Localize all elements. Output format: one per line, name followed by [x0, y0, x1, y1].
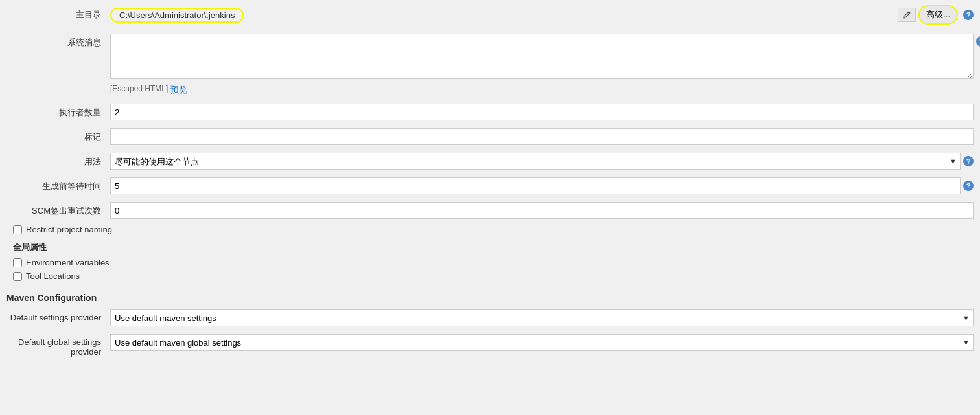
- usage-select[interactable]: 尽可能的使用这个节点 只允许运行绑定到这台机器的Job: [110, 153, 961, 170]
- preview-link[interactable]: 预览: [170, 84, 187, 96]
- env-variables-label: Environment variables: [26, 258, 110, 267]
- quiet-period-help-icon[interactable]: ?: [963, 181, 974, 191]
- home-dir-label: 主目录: [6, 9, 110, 21]
- executor-count-input[interactable]: 2: [110, 104, 974, 120]
- tool-locations-label: Tool Locations: [26, 271, 80, 281]
- system-message-input[interactable]: [110, 34, 974, 79]
- restrict-project-checkbox[interactable]: [13, 225, 22, 234]
- maven-config-title: Maven Configuration: [0, 286, 980, 306]
- quiet-period-label: 生成前等待时间: [6, 177, 110, 192]
- default-settings-label: Default settings provider: [6, 309, 110, 322]
- system-message-help-icon[interactable]: ?: [976, 36, 980, 47]
- quiet-period-input[interactable]: [110, 177, 961, 194]
- env-variables-checkbox[interactable]: [13, 258, 22, 267]
- executor-count-label: 执行者数量: [6, 104, 110, 118]
- system-message-label: 系统消息: [6, 34, 110, 49]
- escaped-html-text: [Escaped HTML]: [110, 84, 168, 96]
- restrict-project-label: Restrict project naming: [26, 225, 112, 234]
- default-global-settings-label: Default global settings provider: [6, 334, 110, 357]
- scm-checkout-label: SCM签出重试次数: [6, 202, 110, 217]
- usage-label: 用法: [6, 153, 110, 168]
- home-dir-help-icon[interactable]: ?: [963, 10, 974, 20]
- tool-locations-checkbox[interactable]: [13, 272, 22, 281]
- default-settings-select[interactable]: Use default maven settings: [110, 309, 974, 326]
- labels-input[interactable]: [110, 128, 974, 145]
- global-properties-title: 全局属性: [0, 236, 980, 256]
- advanced-button[interactable]: 高级...: [918, 5, 958, 25]
- usage-help-icon[interactable]: ?: [963, 156, 974, 166]
- labels-label: 标记: [6, 128, 110, 143]
- edit-button[interactable]: [898, 8, 916, 22]
- home-dir-value: C:\Users\Administrator\.jenkins: [110, 8, 244, 23]
- scm-checkout-input[interactable]: [110, 202, 974, 219]
- default-global-settings-select[interactable]: Use default maven global settings: [110, 334, 974, 351]
